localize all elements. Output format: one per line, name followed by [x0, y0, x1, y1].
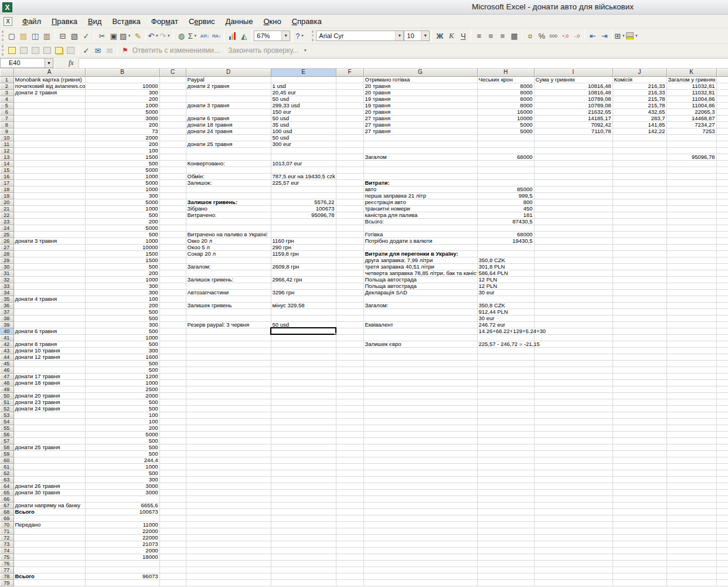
- cell-I25[interactable]: [534, 231, 613, 237]
- cell-D54[interactable]: [186, 418, 271, 425]
- cell-G6[interactable]: 20 травня: [363, 108, 477, 115]
- cell-B7[interactable]: 3000: [85, 115, 159, 121]
- cell-H72[interactable]: [477, 534, 534, 541]
- cell-I46[interactable]: [534, 367, 613, 373]
- cell-H29[interactable]: 350,8 CZK: [477, 257, 534, 263]
- cell-B35[interactable]: 100: [85, 296, 159, 302]
- cell-A33[interactable]: [13, 283, 85, 289]
- cell-D10[interactable]: [186, 134, 271, 141]
- cell-D8[interactable]: донати 18 травня: [186, 121, 271, 128]
- cell-L24[interactable]: [716, 225, 728, 231]
- cell-B16[interactable]: 1000: [85, 173, 159, 179]
- cell-E74[interactable]: [271, 547, 336, 554]
- cell-J51[interactable]: [613, 399, 666, 405]
- cell-C57[interactable]: [159, 437, 186, 444]
- cell-F19[interactable]: [336, 192, 363, 199]
- cell-I30[interactable]: [534, 263, 613, 270]
- cell-J11[interactable]: [613, 141, 666, 147]
- row-header-30[interactable]: 30: [0, 263, 13, 270]
- cell-D41[interactable]: [186, 334, 271, 341]
- cell-J13[interactable]: [613, 154, 666, 160]
- cell-F68[interactable]: [336, 508, 363, 515]
- cell-B12[interactable]: 100: [85, 147, 159, 154]
- cell-L52[interactable]: [716, 405, 728, 412]
- cell-C27[interactable]: [159, 244, 186, 250]
- cell-E43[interactable]: [271, 347, 336, 354]
- cell-A73[interactable]: [13, 541, 85, 547]
- cell-L70[interactable]: [716, 521, 728, 528]
- cell-I9[interactable]: 7110,78: [534, 128, 613, 134]
- cell-K37[interactable]: [666, 308, 716, 315]
- cell-K70[interactable]: [666, 521, 716, 528]
- cell-A58[interactable]: донати 25 травня: [13, 444, 85, 450]
- cell-G75[interactable]: [363, 554, 477, 560]
- cell-H48[interactable]: [477, 379, 534, 386]
- cell-F45[interactable]: [336, 360, 363, 367]
- cell-F67[interactable]: [336, 502, 363, 508]
- cell-I55[interactable]: [534, 425, 613, 431]
- cell-B75[interactable]: 18000: [85, 554, 159, 560]
- cell-E30[interactable]: 2609,8 грн: [271, 263, 336, 270]
- cell-A75[interactable]: [13, 554, 85, 560]
- print-button[interactable]: ⊟: [57, 30, 69, 42]
- cell-I58[interactable]: [534, 444, 613, 450]
- thousands-button[interactable]: 000: [547, 30, 559, 42]
- cell-K1[interactable]: Загалом у гривнях: [666, 76, 716, 83]
- row-header-8[interactable]: 8: [0, 121, 13, 128]
- show-comment-button[interactable]: [41, 45, 53, 56]
- cell-H77[interactable]: [477, 566, 534, 573]
- cell-L17[interactable]: [716, 179, 728, 186]
- cell-J66[interactable]: [613, 496, 666, 502]
- row-header-36[interactable]: 36: [0, 302, 13, 308]
- cell-K63[interactable]: [666, 476, 716, 483]
- cell-J12[interactable]: [613, 147, 666, 154]
- cell-A36[interactable]: [13, 302, 85, 308]
- row-header-50[interactable]: 50: [0, 392, 13, 399]
- cell-K25[interactable]: [666, 231, 716, 237]
- cell-E17[interactable]: 225,57 eur: [271, 179, 336, 186]
- cell-H45[interactable]: [477, 360, 534, 367]
- cell-E2[interactable]: 1 usd: [271, 83, 336, 89]
- cell-D49[interactable]: [186, 386, 271, 392]
- cell-K45[interactable]: [666, 360, 716, 367]
- cell-C53[interactable]: [159, 412, 186, 418]
- cell-L68[interactable]: [716, 508, 728, 515]
- toolbar-grip[interactable]: [2, 30, 4, 41]
- cell-F69[interactable]: [336, 515, 363, 521]
- cell-I2[interactable]: 10816,48: [534, 83, 613, 89]
- cell-D47[interactable]: [186, 373, 271, 379]
- cell-D50[interactable]: [186, 392, 271, 399]
- cell-F7[interactable]: [336, 115, 363, 121]
- cell-E49[interactable]: [271, 386, 336, 392]
- cell-H27[interactable]: [477, 244, 534, 250]
- cell-C19[interactable]: [159, 192, 186, 199]
- cell-J68[interactable]: [613, 508, 666, 515]
- cell-E55[interactable]: [271, 425, 336, 431]
- cell-D66[interactable]: [186, 496, 271, 502]
- cell-B47[interactable]: 1200: [85, 373, 159, 379]
- cell-I33[interactable]: [534, 283, 613, 289]
- cell-I13[interactable]: [534, 154, 613, 160]
- row-header-19[interactable]: 19: [0, 192, 13, 199]
- cell-A12[interactable]: [13, 147, 85, 154]
- cell-G68[interactable]: [363, 508, 477, 515]
- cell-A44[interactable]: донати 12 травня: [13, 354, 85, 360]
- row-header-64[interactable]: 64: [0, 483, 13, 489]
- cell-H35[interactable]: [477, 296, 534, 302]
- cell-G67[interactable]: [363, 502, 477, 508]
- format-painter-button[interactable]: ✎: [132, 30, 144, 42]
- cell-C71[interactable]: [159, 528, 186, 534]
- cell-J77[interactable]: [613, 566, 666, 573]
- cell-H66[interactable]: [477, 496, 534, 502]
- cell-J20[interactable]: [613, 199, 666, 205]
- cut-button[interactable]: ✂: [96, 30, 108, 42]
- cell-H39[interactable]: 246.72 eur: [477, 321, 534, 328]
- cell-I16[interactable]: [534, 173, 613, 179]
- row-header-69[interactable]: 69: [0, 515, 13, 521]
- cell-G55[interactable]: [363, 425, 477, 431]
- column-header-K[interactable]: K: [666, 69, 716, 76]
- cell-G5[interactable]: 19 травня: [363, 102, 477, 108]
- cell-J3[interactable]: 216,33: [613, 89, 666, 96]
- cell-C9[interactable]: [159, 128, 186, 134]
- cell-F1[interactable]: [336, 76, 363, 83]
